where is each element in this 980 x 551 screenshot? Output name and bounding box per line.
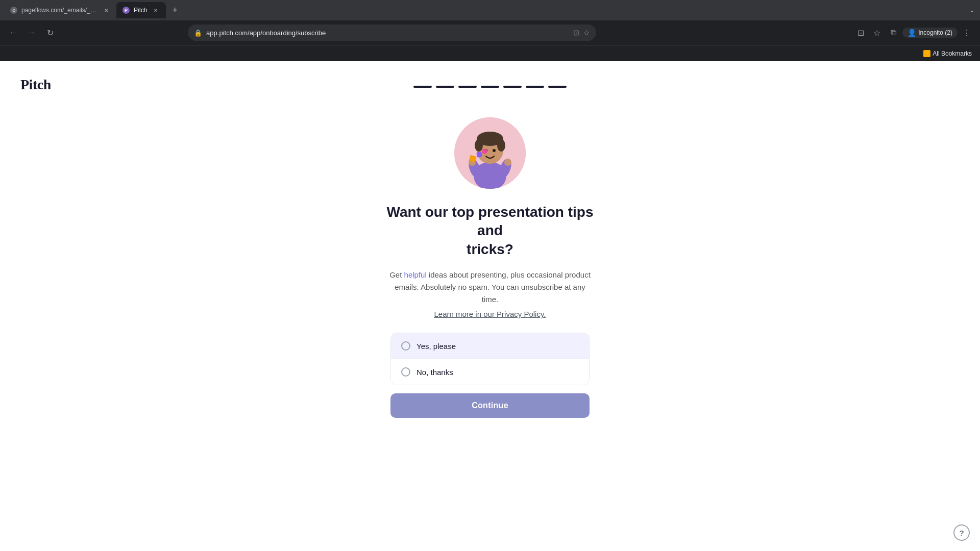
avatar-container bbox=[454, 117, 526, 189]
address-bar-row: ← → ↻ 🔒 app.pitch.com/app/onboarding/sub… bbox=[0, 20, 980, 45]
progress-dash-5 bbox=[503, 86, 522, 88]
tab-1-close[interactable]: ✕ bbox=[102, 6, 110, 14]
tab-2-close[interactable]: ✕ bbox=[152, 6, 160, 14]
progress-bar bbox=[413, 86, 567, 88]
continue-button[interactable]: Continue bbox=[390, 393, 590, 418]
help-button[interactable]: ? bbox=[953, 524, 970, 541]
cast-icon[interactable]: ⊡ bbox=[573, 29, 579, 37]
lock-icon: 🔒 bbox=[194, 29, 202, 37]
tab-2[interactable]: P Pitch ✕ bbox=[116, 2, 166, 18]
svg-point-11 bbox=[504, 159, 511, 166]
page-content: Pitch bbox=[0, 61, 980, 551]
option-yes-label: Yes, please bbox=[416, 342, 456, 350]
bookmark-toolbar-icon[interactable]: ☆ bbox=[870, 26, 884, 40]
option-yes[interactable]: Yes, please bbox=[391, 333, 589, 359]
svg-point-7 bbox=[493, 149, 496, 152]
progress-dash-4 bbox=[481, 86, 499, 88]
tab-end-controls: ⌄ bbox=[968, 6, 976, 14]
main-content: Want our top presentation tips andtricks… bbox=[20, 77, 960, 418]
sidebar-icon[interactable]: ⧉ bbox=[886, 26, 900, 40]
character-illustration bbox=[454, 117, 526, 189]
progress-dash-3 bbox=[458, 86, 477, 88]
options-container: Yes, please No, thanks bbox=[390, 333, 590, 385]
tab-dropdown-icon[interactable]: ⌄ bbox=[968, 6, 976, 14]
toolbar-right: ⊡ ☆ ⧉ 👤 Incognito (2) ⋮ bbox=[853, 26, 974, 40]
bookmarks-folder-icon bbox=[923, 50, 930, 57]
incognito-icon: 👤 bbox=[908, 29, 916, 37]
back-button[interactable]: ← bbox=[6, 26, 20, 40]
new-tab-button[interactable]: + bbox=[168, 3, 182, 17]
tab-2-title: Pitch bbox=[134, 7, 148, 14]
privacy-link[interactable]: Learn more in our Privacy Policy. bbox=[434, 310, 546, 318]
address-bar[interactable]: 🔒 app.pitch.com/app/onboarding/subscribe… bbox=[188, 24, 596, 41]
bookmarks-bar: All Bookmarks bbox=[0, 45, 980, 61]
address-text: app.pitch.com/app/onboarding/subscribe bbox=[206, 29, 569, 37]
radio-no[interactable] bbox=[401, 367, 410, 377]
svg-rect-13 bbox=[476, 152, 482, 158]
progress-dash-1 bbox=[413, 86, 432, 88]
option-no-label: No, thanks bbox=[416, 368, 453, 377]
address-right-icons: ⊡ ☆ bbox=[573, 29, 590, 37]
forward-button[interactable]: → bbox=[24, 26, 39, 40]
browser-chrome: ⊙ pageflows.com/_emails/_7fb5... ✕ P Pit… bbox=[0, 0, 980, 61]
all-bookmarks[interactable]: All Bookmarks bbox=[919, 48, 976, 59]
bookmark-star-icon[interactable]: ☆ bbox=[583, 29, 590, 37]
svg-rect-14 bbox=[482, 149, 487, 154]
tab-bar: ⊙ pageflows.com/_emails/_7fb5... ✕ P Pit… bbox=[0, 0, 980, 20]
tab-1-favicon: ⊙ bbox=[10, 7, 17, 14]
highlight-text: helpful bbox=[404, 270, 427, 279]
subtext: Get helpful ideas about presenting, plus… bbox=[388, 269, 592, 306]
main-heading: Want our top presentation tips andtricks… bbox=[378, 203, 602, 259]
refresh-button[interactable]: ↻ bbox=[43, 26, 57, 40]
tab-1-title: pageflows.com/_emails/_7fb5... bbox=[21, 7, 98, 14]
progress-dash-2 bbox=[436, 86, 454, 88]
svg-point-4 bbox=[475, 139, 483, 152]
cast-toolbar-icon[interactable]: ⊡ bbox=[853, 26, 868, 40]
menu-button[interactable]: ⋮ bbox=[960, 26, 974, 40]
svg-point-5 bbox=[497, 139, 505, 152]
progress-dash-7 bbox=[548, 86, 567, 88]
tab-2-favicon: P bbox=[122, 7, 130, 14]
option-no[interactable]: No, thanks bbox=[391, 359, 589, 385]
radio-yes[interactable] bbox=[401, 341, 410, 350]
progress-dash-6 bbox=[526, 86, 544, 88]
bookmarks-label: All Bookmarks bbox=[933, 50, 972, 57]
incognito-label: Incognito (2) bbox=[918, 29, 952, 36]
logo: Pitch bbox=[20, 77, 51, 93]
tab-1[interactable]: ⊙ pageflows.com/_emails/_7fb5... ✕ bbox=[4, 2, 116, 18]
incognito-badge: 👤 Incognito (2) bbox=[902, 28, 958, 38]
